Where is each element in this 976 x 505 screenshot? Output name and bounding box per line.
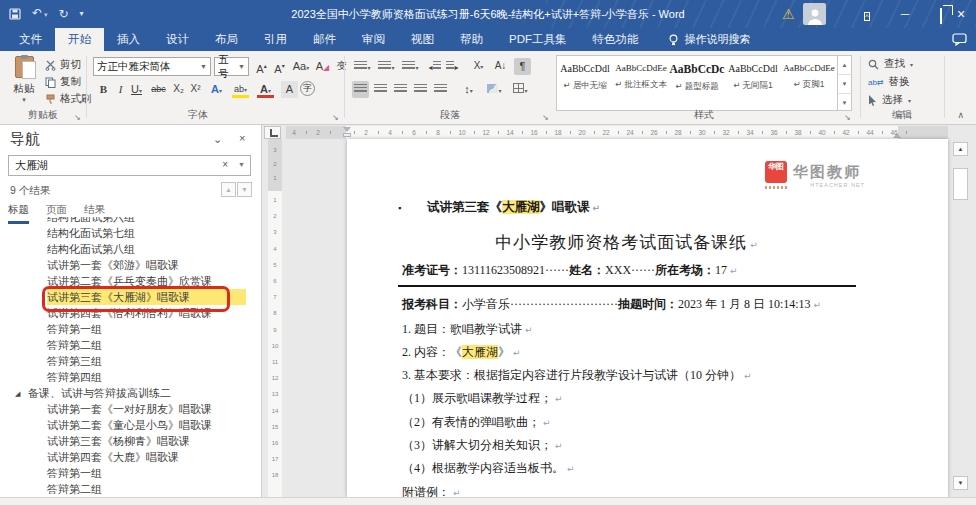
shading-button[interactable]: ▾ [484, 81, 505, 98]
minimize-button[interactable]: ─ [890, 0, 920, 28]
superscript-button[interactable]: X² [187, 81, 204, 98]
bullet-list-button[interactable]: ▾ [352, 58, 373, 75]
collapse-ribbon-button[interactable]: ∧ [957, 110, 964, 120]
nav-item[interactable]: 答辩第一组 [0, 465, 261, 481]
tell-me-search[interactable]: 操作说明搜索 [668, 28, 751, 51]
nav-item[interactable]: 试讲第四套《大鹿》唱歌课 [0, 449, 261, 465]
scroll-down-button[interactable]: ▼ [953, 476, 968, 490]
paste-button[interactable]: 粘贴 ▾ [7, 56, 41, 116]
undo-icon[interactable]: ↶ ▾ [32, 7, 48, 21]
style-card-批注框文本[interactable]: AaBbCcDdEe↵ 批注框文本 [613, 56, 669, 110]
copy-button[interactable]: 复制 [45, 75, 81, 89]
paragraph-dialog-launcher[interactable]: ↘ [542, 113, 549, 122]
nav-item[interactable]: 试讲第一套《一对好朋友》唱歌课 [0, 401, 261, 417]
bold-button[interactable]: B [95, 81, 112, 98]
enclose-characters-button[interactable]: 字 [300, 81, 315, 96]
ribbon-tab-文件[interactable]: 文件 [6, 28, 55, 51]
increase-indent-button[interactable]: ▸ [444, 58, 461, 75]
character-shading-button[interactable]: A [281, 81, 298, 98]
nav-item[interactable]: 答辩第一组 [0, 321, 261, 337]
align-right-button[interactable] [392, 81, 409, 98]
warning-icon[interactable]: ⚠ [782, 6, 795, 22]
font-size-combobox[interactable]: 五号▼ [214, 57, 249, 76]
first-line-indent-marker[interactable] [343, 127, 351, 132]
underline-button[interactable]: U▾ [128, 81, 145, 98]
nav-item[interactable]: 试讲第三套《杨柳青》唱歌课 [0, 433, 261, 449]
chevron-down-icon[interactable]: ▼ [238, 63, 245, 70]
customize-qat-icon[interactable]: ▾ [80, 8, 84, 20]
align-left-button[interactable] [352, 81, 369, 98]
ribbon-tab-帮助[interactable]: 帮助 [447, 28, 496, 51]
style-card-页脚1[interactable]: AaBbCcDdEe↵ 页脚1 [781, 56, 837, 110]
align-center-button[interactable] [372, 81, 389, 98]
borders-button[interactable]: ▾ [510, 81, 531, 98]
chevron-down-icon[interactable]: ▼ [200, 63, 207, 70]
text-highlight-color-button[interactable]: ab▾ [232, 81, 249, 98]
nav-pane-close-icon[interactable]: × [239, 132, 245, 144]
nav-item[interactable]: 答辩第四组 [0, 369, 261, 385]
nav-item[interactable]: 试讲第一套《郊游》唱歌课 [0, 257, 261, 273]
show-formatting-marks-button[interactable]: ¶ [514, 58, 531, 75]
search-options-icon[interactable]: ▼ [238, 161, 245, 168]
phonetic-guide-button[interactable]: 变 [333, 58, 350, 75]
paste-dropdown-arrow[interactable]: ▾ [7, 96, 41, 104]
strikethrough-button[interactable]: abc [150, 81, 167, 98]
scrollbar-thumb[interactable] [953, 168, 968, 200]
nav-search-input[interactable] [13, 157, 203, 174]
style-card-无间隔1[interactable]: AaBbCcDdl↵ 无间隔1 [725, 56, 781, 110]
nav-item[interactable]: 结构化面试第六组 [0, 217, 261, 225]
gallery-down-icon[interactable]: ▼ [838, 75, 851, 94]
clipboard-dialog-launcher[interactable]: ↘ [74, 113, 81, 122]
nav-item[interactable]: 答辩第二组 [0, 481, 261, 497]
expand-triangle-icon[interactable]: ◢ [15, 386, 20, 402]
close-button[interactable]: × [946, 0, 976, 28]
styles-dialog-launcher[interactable]: ↘ [844, 113, 851, 122]
style-card-题型标题[interactable]: AaBbCcDc↵ 题型标题 [669, 56, 725, 110]
font-name-combobox[interactable]: 方正中雅宋简体▼ [93, 57, 211, 76]
save-icon[interactable] [9, 8, 21, 20]
multilevel-list-button[interactable]: ▾ [400, 58, 421, 75]
ribbon-tab-开始[interactable]: 开始 [55, 28, 104, 51]
justify-button[interactable] [412, 81, 429, 98]
redo-icon[interactable]: ↻ [59, 8, 69, 20]
scroll-up-button[interactable]: ▲ [953, 142, 968, 156]
account-avatar[interactable] [803, 3, 826, 25]
asian-layout-button[interactable]: X▾ [468, 58, 489, 75]
nav-item[interactable]: 答辩第二组 [0, 337, 261, 353]
ribbon-tab-布局[interactable]: 布局 [202, 28, 251, 51]
previous-result-button[interactable]: ▲ [221, 182, 236, 197]
nav-item[interactable]: 答辩第三组 [0, 353, 261, 369]
replace-button[interactable]: ab⇄ 替换 [868, 75, 910, 89]
tab-selector[interactable] [264, 126, 281, 139]
decrease-indent-button[interactable]: ◂ [426, 58, 443, 75]
ribbon-tab-PDF工具集[interactable]: PDF工具集 [496, 28, 580, 51]
nav-item[interactable]: 结构化面试第七组 [0, 225, 261, 241]
ribbon-tab-视图[interactable]: 视图 [398, 28, 447, 51]
clear-search-icon[interactable]: × [222, 159, 228, 170]
subscript-button[interactable]: X₂ [170, 81, 187, 98]
ribbon-tab-审阅[interactable]: 审阅 [349, 28, 398, 51]
font-dialog-launcher[interactable]: ↘ [332, 113, 339, 122]
find-button[interactable]: 查找▾ [868, 57, 913, 71]
italic-button[interactable]: I [112, 81, 129, 98]
nav-item[interactable]: 试讲第二套《童心是小鸟》唱歌课 [0, 417, 261, 433]
grow-font-button[interactable]: A▴ [253, 58, 270, 75]
distribute-button[interactable] [432, 81, 449, 98]
nav-item[interactable]: 结构化面试第八组 [0, 241, 261, 257]
nav-item[interactable]: ◢备课、试讲与答辩拔高训练二 [0, 385, 261, 401]
ribbon-tab-引用[interactable]: 引用 [251, 28, 300, 51]
text-effects-button[interactable]: A▾ [208, 81, 225, 98]
document-page[interactable]: 华图 华图教师 HTEACHER.NET ▪试讲第三套《大雁湖》唱歌课↵中小学教… [347, 139, 948, 497]
ribbon-tab-特色功能[interactable]: 特色功能 [580, 28, 652, 51]
gallery-up-icon[interactable]: ▲ [838, 56, 851, 75]
shrink-font-button[interactable]: A▾ [271, 58, 288, 75]
font-color-button[interactable]: A▾ [257, 81, 274, 98]
change-case-button[interactable]: Aa▾ [290, 58, 312, 75]
format-painter-button[interactable]: 格式刷 [45, 92, 92, 106]
sort-button[interactable]: A↓ [492, 58, 509, 75]
select-button[interactable]: 选择▾ [868, 93, 911, 107]
comments-icon[interactable] [952, 33, 967, 46]
next-result-button[interactable]: ▼ [237, 182, 252, 197]
cut-button[interactable]: 剪切 [45, 58, 81, 72]
ribbon-tab-插入[interactable]: 插入 [104, 28, 153, 51]
